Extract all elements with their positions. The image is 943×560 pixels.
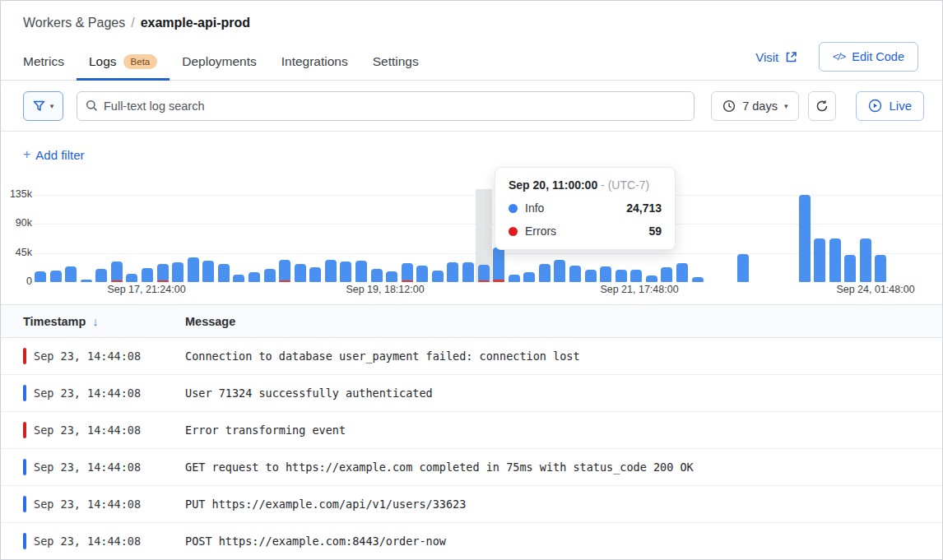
search-input[interactable] — [104, 100, 685, 113]
chart-bar[interactable] — [35, 271, 46, 282]
chart-bar[interactable] — [814, 238, 825, 282]
breadcrumb-workers-pages[interactable]: Workers & Pages — [23, 16, 125, 30]
chart-bar[interactable] — [569, 266, 581, 282]
log-timestamp: Sep 23, 14:44:08 — [34, 349, 185, 363]
chart-bar[interactable] — [462, 262, 474, 282]
filter-dropdown-button[interactable]: ▾ — [23, 91, 63, 121]
chart-bar[interactable] — [539, 264, 550, 282]
bar-info-segment — [249, 272, 260, 282]
search-icon — [86, 100, 98, 112]
log-timestamp: Sep 23, 14:44:08 — [34, 423, 185, 437]
chart-bar[interactable] — [50, 271, 62, 282]
chart-bar[interactable] — [202, 261, 214, 282]
chart-bar[interactable] — [509, 275, 520, 282]
log-volume-chart: 135k90k45k0 Sep 17, 21:24:00Sep 19, 18:1… — [1, 178, 942, 305]
edit-code-button[interactable]: </> Edit Code — [819, 42, 918, 72]
tab-metrics[interactable]: Metrics — [11, 44, 77, 80]
column-header-timestamp[interactable]: Timestamp ↓ — [1, 314, 185, 328]
tab-logs[interactable]: Logs Beta — [77, 44, 170, 80]
bar-error-segment — [157, 280, 169, 282]
bar-info-segment — [264, 269, 276, 282]
bar-error-segment — [478, 280, 490, 282]
chart-bar[interactable] — [432, 271, 444, 282]
chart-bar[interactable] — [81, 280, 92, 282]
chart-bar[interactable] — [325, 260, 337, 282]
log-row[interactable]: Sep 23, 14:44:08 User 71324 successfully… — [1, 375, 942, 412]
chart-bar[interactable] — [386, 271, 397, 282]
chart-bar[interactable] — [355, 261, 367, 282]
chart-bar[interactable] — [233, 275, 244, 282]
chart-bar[interactable] — [157, 264, 169, 282]
bar-info-segment — [65, 266, 77, 282]
bar-info-segment — [386, 271, 397, 282]
tab-settings[interactable]: Settings — [360, 44, 431, 80]
bar-info-segment — [340, 261, 351, 282]
visit-link[interactable]: Visit — [755, 50, 797, 64]
column-header-message[interactable]: Message — [185, 315, 235, 328]
tab-deployments[interactable]: Deployments — [170, 44, 268, 80]
chart-bar[interactable] — [478, 265, 490, 282]
chart-bar[interactable] — [371, 269, 383, 282]
log-search-box — [77, 91, 694, 121]
bar-info-segment — [447, 262, 458, 282]
chart-bar[interactable] — [95, 269, 107, 282]
chart-bar[interactable] — [661, 267, 672, 282]
chart-bar[interactable] — [447, 262, 458, 282]
tab-bar: Metrics Logs Beta Deployments Integratio… — [1, 44, 431, 80]
chart-bar[interactable] — [523, 272, 535, 282]
live-button[interactable]: Live — [856, 91, 924, 121]
chart-bar[interactable] — [65, 266, 77, 282]
chart-bar[interactable] — [416, 266, 428, 282]
time-range-dropdown[interactable]: 7 days ▾ — [711, 91, 799, 121]
tab-row: Metrics Logs Beta Deployments Integratio… — [1, 42, 942, 81]
chart-bar[interactable] — [111, 261, 123, 282]
chart-bar[interactable] — [218, 264, 230, 282]
log-row[interactable]: Sep 23, 14:44:08 Connection to database … — [1, 338, 942, 375]
chart-bar[interactable] — [279, 260, 290, 282]
chart-bar[interactable] — [875, 255, 886, 282]
chart-bar[interactable] — [249, 272, 260, 282]
bar-info-segment — [875, 255, 886, 282]
chart-bar[interactable] — [676, 263, 688, 282]
chart-bar[interactable] — [585, 270, 597, 282]
chart-bar[interactable] — [554, 260, 565, 282]
chart-bar[interactable] — [126, 274, 137, 282]
bar-info-segment — [309, 267, 321, 282]
tab-integrations[interactable]: Integrations — [269, 44, 360, 80]
bar-error-segment — [402, 280, 413, 282]
chart-bar[interactable] — [493, 248, 504, 282]
chart-bar[interactable] — [860, 238, 871, 282]
chart-bar[interactable] — [172, 262, 183, 282]
log-row[interactable]: Sep 23, 14:44:08 Error transforming even… — [1, 412, 942, 449]
chart-bar[interactable] — [309, 267, 321, 282]
bar-info-segment — [142, 268, 153, 282]
chart-bar[interactable] — [646, 275, 657, 282]
chart-bar[interactable] — [829, 238, 841, 282]
refresh-button[interactable] — [808, 91, 836, 121]
log-timestamp: Sep 23, 14:44:08 — [34, 386, 185, 400]
info-dot-icon — [509, 204, 518, 213]
bar-info-segment — [35, 271, 46, 282]
chart-bar[interactable] — [630, 270, 642, 282]
chart-bar[interactable] — [142, 268, 153, 282]
bar-info-segment — [646, 275, 657, 282]
log-row[interactable]: Sep 23, 14:44:08 POST https://example.co… — [1, 523, 942, 560]
chart-bar[interactable] — [844, 255, 856, 282]
log-row[interactable]: Sep 23, 14:44:08 GET request to https://… — [1, 449, 942, 486]
chart-bar[interactable] — [799, 195, 811, 282]
chart-bar[interactable] — [188, 257, 199, 282]
chart-bar[interactable] — [737, 254, 749, 282]
chart-bar[interactable] — [600, 266, 611, 282]
filter-toolbar-right: 7 days ▾ Live — [711, 91, 932, 121]
bar-info-segment — [462, 262, 474, 282]
bar-info-segment — [111, 261, 123, 280]
x-tick-label: Sep 24, 01:48:00 — [836, 284, 914, 295]
chart-bar[interactable] — [616, 270, 627, 282]
chart-bar[interactable] — [264, 269, 276, 282]
chart-bar[interactable] — [295, 264, 306, 282]
add-filter-button[interactable]: + Add filter — [23, 147, 85, 162]
chart-bar[interactable] — [340, 261, 351, 282]
log-row[interactable]: Sep 23, 14:44:08 PUT https://example.com… — [1, 486, 942, 523]
chart-bar[interactable] — [402, 263, 413, 282]
chart-bar[interactable] — [692, 277, 704, 282]
